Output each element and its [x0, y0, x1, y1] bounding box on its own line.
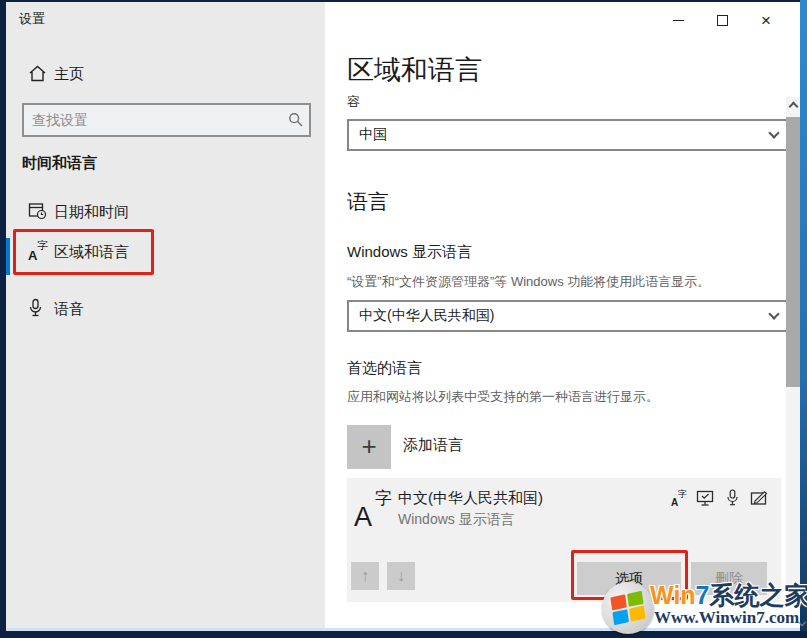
- annotation-box-region-language: [13, 229, 154, 275]
- scrollbar-thumb[interactable]: [786, 117, 800, 387]
- search-input[interactable]: [24, 112, 283, 128]
- display-language-label: Windows 显示语言: [347, 243, 472, 262]
- add-language-button[interactable]: +: [347, 425, 391, 469]
- sidebar-item-speech[interactable]: 语音: [54, 300, 84, 319]
- country-region-text-fragment: 容: [347, 93, 360, 111]
- maximize-button[interactable]: [700, 8, 744, 32]
- language-section-header: 语言: [347, 188, 389, 216]
- selected-item-accent-bar: [6, 238, 10, 275]
- chevron-down-icon: [768, 308, 779, 319]
- search-box[interactable]: [22, 103, 311, 137]
- language-item-name: 中文(中华人民共和国): [398, 489, 543, 508]
- display-check-icon: [696, 489, 714, 507]
- home-icon: [28, 64, 47, 83]
- calendar-clock-icon: [28, 201, 48, 220]
- winwin7-watermark: Win7系统之家 Www.Winwin7.com: [594, 579, 807, 638]
- windows-flag-icon: [602, 582, 656, 636]
- vertical-scrollbar[interactable]: [786, 97, 800, 600]
- maximize-icon: [717, 15, 728, 26]
- move-up-button[interactable]: ↑: [351, 562, 379, 590]
- display-language-description: “设置”和“文件资源管理器”等 Windows 功能将使用此语言显示。: [347, 273, 710, 291]
- chevron-up-icon: [788, 102, 798, 112]
- language-azi-icon: A 字: [671, 491, 687, 506]
- window-right-edge: [800, 0, 807, 631]
- language-azi-icon: A 字: [354, 487, 392, 533]
- window-title: 设置: [19, 10, 45, 28]
- language-capability-icons: A 字: [671, 489, 768, 507]
- sidebar: 设置 主页 时间和语言 日期和时间 A 字 区域和语言 语音: [6, 2, 325, 628]
- move-down-button[interactable]: ↓: [387, 562, 415, 590]
- country-region-dropdown[interactable]: 中国: [347, 119, 792, 151]
- arrow-down-icon: ↓: [397, 567, 405, 585]
- sidebar-item-home[interactable]: 主页: [54, 65, 84, 84]
- chevron-down-icon: [768, 127, 779, 138]
- scrollbar-up-button[interactable]: [786, 97, 800, 113]
- add-language-label[interactable]: 添加语言: [403, 436, 463, 455]
- close-icon: ×: [761, 12, 771, 29]
- minimize-icon: [673, 20, 684, 21]
- language-item-subtitle: Windows 显示语言: [398, 511, 515, 529]
- display-language-value: 中文(中华人民共和国): [349, 307, 770, 325]
- preferred-languages-header: 首选的语言: [347, 359, 422, 378]
- arrow-up-icon: ↑: [361, 567, 369, 585]
- search-icon[interactable]: [283, 112, 309, 128]
- display-language-dropdown[interactable]: 中文(中华人民共和国): [347, 300, 792, 332]
- page-title: 区域和语言: [347, 52, 482, 88]
- window-controls: ×: [656, 8, 788, 32]
- main-content: × 区域和语言 容 中国 语言 Windows 显示语言 “设置”和“文件资源管…: [325, 2, 800, 628]
- sidebar-item-date-time[interactable]: 日期和时间: [54, 203, 129, 222]
- preferred-languages-description: 应用和网站将以列表中受支持的第一种语言进行显示。: [347, 388, 659, 406]
- desktop-background: { "window": { "title": "设置", "icons": { …: [0, 0, 807, 638]
- sidebar-section-header: 时间和语言: [22, 154, 97, 173]
- microphone-icon: [723, 489, 741, 507]
- close-button[interactable]: ×: [744, 8, 788, 32]
- handwriting-pen-icon: [750, 489, 768, 507]
- settings-window: 设置 主页 时间和语言 日期和时间 A 字 区域和语言 语音: [6, 2, 800, 628]
- plus-icon: +: [361, 433, 376, 459]
- country-region-value: 中国: [349, 126, 770, 144]
- watermark-url: Www.Winwin7.com: [654, 608, 799, 628]
- minimize-button[interactable]: [656, 8, 700, 32]
- microphone-icon: [28, 298, 48, 318]
